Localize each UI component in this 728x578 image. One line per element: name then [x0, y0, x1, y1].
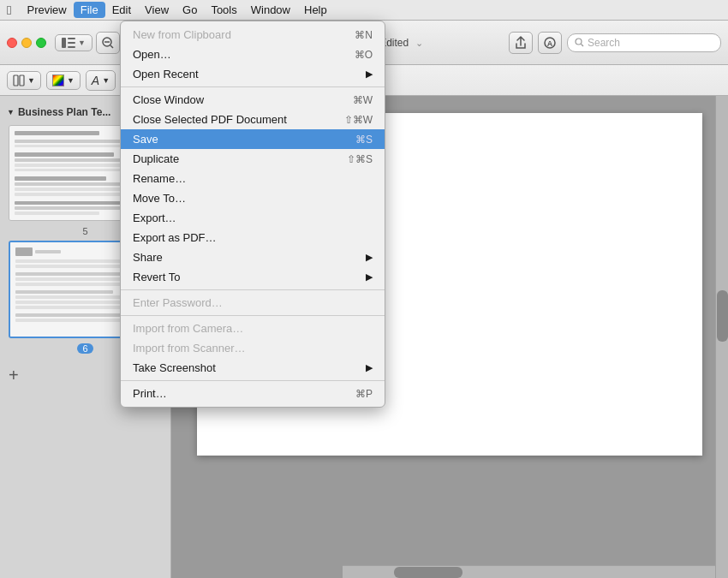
- svg-rect-2: [68, 42, 75, 44]
- menu-item-label: Print…: [133, 387, 167, 400]
- menu-item-print[interactable]: Print… ⌘P: [121, 384, 385, 403]
- apple-menu-icon[interactable]: : [7, 3, 11, 17]
- search-placeholder: Search: [588, 37, 620, 49]
- hscrollbar-thumb[interactable]: [394, 567, 462, 578]
- submenu-arrow-icon: ▶: [366, 69, 373, 80]
- menu-item-label: Close Selected PDF Document: [133, 113, 287, 126]
- menubar-tools[interactable]: Tools: [204, 2, 243, 18]
- thumb-line: [15, 290, 113, 294]
- menu-shortcut: ⌘O: [355, 49, 373, 61]
- font-button[interactable]: A ▼: [86, 70, 116, 91]
- menu-item-duplicate[interactable]: Duplicate ⇧⌘S: [121, 149, 385, 169]
- thumb-line: [15, 176, 106, 181]
- menu-item-export-pdf[interactable]: Export as PDF…: [121, 228, 385, 247]
- menu-item-move-to[interactable]: Move To…: [121, 188, 385, 208]
- annotate-button[interactable]: A: [538, 32, 562, 54]
- svg-rect-16: [20, 75, 24, 86]
- toolbar-right-group: A Search: [509, 32, 721, 54]
- menu-item-label: Duplicate: [133, 152, 179, 165]
- menu-item-import-camera[interactable]: Import from Camera…: [121, 319, 385, 338]
- page-6-number: 6: [77, 343, 92, 354]
- menubar-file[interactable]: File: [74, 2, 105, 18]
- submenu-arrow-icon: ▶: [366, 271, 373, 283]
- menu-shortcut: ⇧⌘S: [347, 153, 373, 165]
- svg-rect-1: [68, 38, 75, 39]
- menu-item-new-from-clipboard[interactable]: New from Clipboard ⌘N: [121, 25, 385, 45]
- color-select-button[interactable]: ▼: [46, 71, 81, 90]
- menubar-go[interactable]: Go: [176, 2, 204, 18]
- thumb-line: [15, 152, 114, 157]
- menubar-window[interactable]: Window: [244, 2, 297, 18]
- menubar-edit[interactable]: Edit: [105, 2, 138, 18]
- menubar-view[interactable]: View: [138, 2, 176, 18]
- svg-rect-0: [62, 38, 66, 48]
- view-mode-icon: [13, 74, 25, 86]
- menu-item-import-scanner[interactable]: Import from Scanner…: [121, 338, 385, 358]
- font-chevron-icon: ▼: [102, 76, 110, 85]
- menu-item-revert-to[interactable]: Revert To ▶: [121, 267, 385, 287]
- menu-divider: [121, 289, 385, 290]
- search-box[interactable]: Search: [567, 33, 721, 52]
- menu-item-label: Revert To: [133, 271, 180, 283]
- menu-item-export[interactable]: Export…: [121, 208, 385, 228]
- sidebar-section-label: Business Plan Te...: [18, 106, 110, 118]
- menu-item-open-recent[interactable]: Open Recent ▶: [121, 64, 385, 84]
- view-mode-chevron-icon: ▼: [27, 76, 35, 85]
- submenu-arrow-icon: ▶: [366, 362, 373, 373]
- close-button[interactable]: [7, 38, 17, 48]
- menu-item-save[interactable]: Save ⌘S: [121, 129, 385, 149]
- menu-shortcut: ⌘N: [355, 29, 373, 41]
- menu-item-label: Close Window: [133, 93, 204, 106]
- menubar-help[interactable]: Help: [297, 2, 334, 18]
- menu-shortcut: ⌘W: [353, 94, 373, 106]
- menu-item-rename[interactable]: Rename…: [121, 169, 385, 188]
- menu-item-label: Open…: [133, 48, 171, 61]
- fullscreen-button[interactable]: [36, 38, 46, 48]
- menu-item-label: Open Recent: [133, 68, 199, 80]
- vertical-scrollbar[interactable]: [715, 96, 728, 578]
- menu-item-label: Save: [133, 133, 158, 146]
- svg-text:A: A: [547, 39, 553, 48]
- menu-item-close-window[interactable]: Close Window ⌘W: [121, 90, 385, 110]
- zoom-out-button[interactable]: [96, 32, 120, 54]
- menu-item-enter-password[interactable]: Enter Password…: [121, 293, 385, 313]
- thumb-line: [15, 277, 134, 281]
- menu-item-label: Enter Password…: [133, 296, 223, 309]
- thumb-line: [15, 212, 99, 215]
- menu-item-open[interactable]: Open… ⌘O: [121, 45, 385, 64]
- sidebar-toggle-button[interactable]: ▼: [55, 34, 92, 51]
- menu-item-take-screenshot[interactable]: Take Screenshot ▶: [121, 358, 385, 378]
- menubar-preview[interactable]: Preview: [20, 2, 73, 18]
- menu-item-share[interactable]: Share ▶: [121, 247, 385, 267]
- svg-line-14: [582, 45, 584, 47]
- scrollbar-thumb[interactable]: [717, 290, 728, 342]
- menu-divider: [121, 86, 385, 87]
- page-5-number: 5: [82, 226, 87, 236]
- menu-item-label: Move To…: [133, 192, 186, 205]
- svg-rect-3: [68, 46, 75, 48]
- menu-item-label: Take Screenshot: [133, 361, 216, 374]
- share-icon: [514, 36, 528, 50]
- chevron-down-icon: ▼: [78, 39, 86, 47]
- thumb-line: [15, 301, 134, 304]
- minimize-button[interactable]: [21, 38, 32, 48]
- share-button[interactable]: [509, 32, 533, 54]
- svg-line-6: [110, 45, 113, 48]
- view-mode-button[interactable]: ▼: [7, 71, 41, 90]
- thumb-line: [15, 169, 134, 172]
- zoom-out-icon: [102, 37, 114, 49]
- svg-rect-15: [14, 75, 18, 86]
- horizontal-scrollbar[interactable]: [343, 565, 715, 578]
- window-controls: [7, 38, 46, 48]
- svg-point-13: [576, 39, 582, 45]
- collapse-triangle-icon[interactable]: ▼: [7, 108, 15, 116]
- menu-item-close-pdf[interactable]: Close Selected PDF Document ⇧⌘W: [121, 110, 385, 129]
- menu-divider: [121, 315, 385, 316]
- color-swatch: [52, 74, 64, 86]
- menu-divider: [121, 380, 385, 381]
- plus-icon: +: [9, 366, 19, 385]
- menu-item-label: Import from Camera…: [133, 322, 243, 335]
- menu-item-label: Share: [133, 251, 163, 264]
- menu-item-label: New from Clipboard: [133, 28, 231, 41]
- edited-chevron-icon: ⌄: [415, 38, 423, 48]
